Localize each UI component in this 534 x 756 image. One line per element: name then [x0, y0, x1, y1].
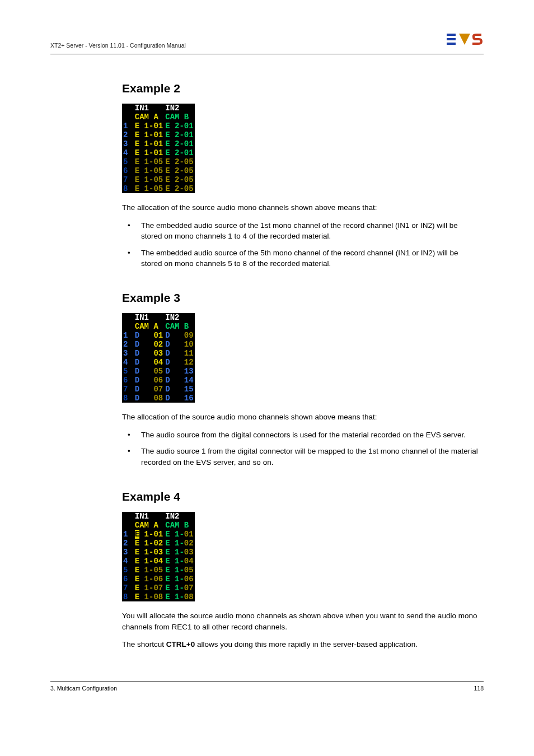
- example-4-p2-pre: The shortcut: [122, 640, 166, 648]
- footer-left: 3. Multicam Configuration: [50, 684, 117, 693]
- example-4-p2: The shortcut CTRL+0 allows you doing thi…: [122, 639, 480, 650]
- example-3-intro: The allocation of the source audio mono …: [122, 412, 480, 423]
- example-3-bullet-2: The audio source 1 from the digital conn…: [140, 446, 480, 468]
- example-3-bullet-1: The audio source from the digital connec…: [140, 430, 480, 441]
- example-3-table: IN1 IN2 CAM A CAM B 1 D 01D 092 D 02D 10…: [122, 313, 195, 403]
- footer-page-number: 118: [474, 684, 484, 693]
- svg-marker-3: [459, 34, 470, 45]
- example-2-intro: The allocation of the source audio mono …: [122, 202, 480, 213]
- header-title: XT2+ Server - Version 11.01 - Configurat…: [50, 41, 186, 50]
- page-header: XT2+ Server - Version 11.01 - Configurat…: [50, 32, 484, 54]
- example-2-title: Example 2: [122, 80, 480, 97]
- svg-rect-1: [447, 38, 456, 40]
- example-4-p2-shortcut: CTRL+0: [166, 640, 195, 648]
- example-4-p1: You will allocate the source audio mono …: [122, 610, 480, 632]
- example-2-bullet-1: The embedded audio source of the 1st mon…: [140, 220, 480, 242]
- svg-rect-0: [447, 34, 456, 36]
- page-footer: 3. Multicam Configuration 118: [50, 682, 484, 693]
- evs-logo: [447, 32, 484, 50]
- example-4-title: Example 4: [122, 488, 480, 505]
- example-4-p2-post: allows you doing this more rapidly in th…: [195, 640, 418, 648]
- example-2-table: IN1 IN2 CAM A CAM B 1 E 1-01E 2-012 E 1-…: [122, 104, 195, 193]
- svg-rect-2: [447, 43, 456, 45]
- example-2-bullet-2: The embedded audio source of the 5th mon…: [140, 248, 480, 269]
- example-4-table: IN1 IN2 CAM A CAM B 1 E 1-01E 1-012 E 1-…: [122, 512, 195, 601]
- example-3-title: Example 3: [122, 290, 480, 306]
